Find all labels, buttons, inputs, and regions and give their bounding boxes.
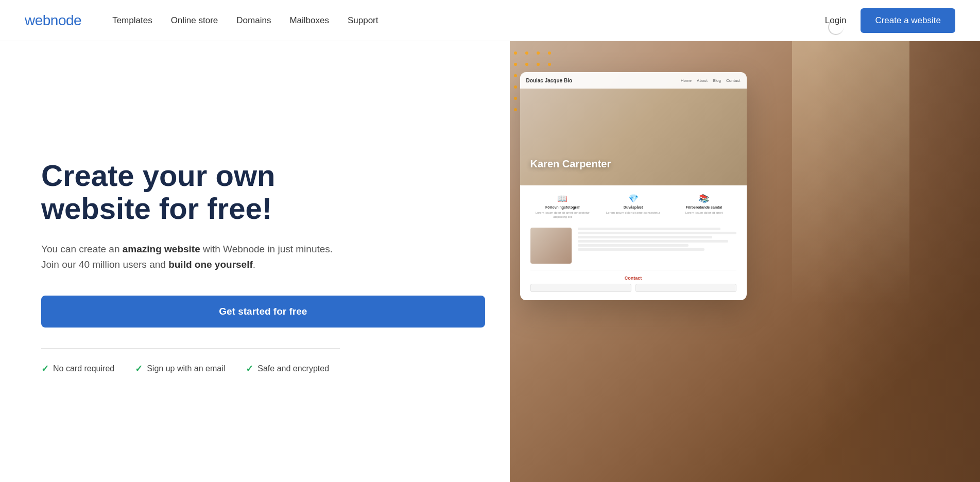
dot (525, 51, 528, 55)
dot (525, 63, 528, 66)
header-right: Login Create a website (825, 8, 955, 33)
preview-body: 📖 Förlovningsfotograf Lorem ipsum dolor … (520, 185, 747, 300)
nav-mailboxes[interactable]: Mailboxes (289, 15, 329, 26)
book2-icon: 📚 (672, 194, 736, 203)
dot (514, 51, 517, 55)
logo[interactable]: webnode (25, 12, 81, 29)
preview-form-field-2 (635, 284, 736, 292)
header: webnode Templates Online store Domains M… (0, 0, 980, 41)
cta-button[interactable]: Get started for free (41, 296, 485, 328)
dot (537, 51, 540, 55)
preview-card-header: Doulac Jacque Bio Home About Blog Contac… (520, 72, 747, 185)
trust-badge-2: ✓ Sign up with an email (135, 363, 225, 374)
hero-heading: Create your own website for free! (41, 159, 485, 225)
dot (548, 51, 551, 55)
preview-contact: Contact (530, 270, 736, 292)
trust-badge-3: ✓ Safe and encrypted (246, 363, 329, 374)
hero-description: You can create an amazing website with W… (41, 242, 340, 273)
check-icon-2: ✓ (135, 363, 143, 374)
diamond-icon: 💎 (601, 194, 665, 203)
preview-card: Doulac Jacque Bio Home About Blog Contac… (520, 72, 747, 300)
header-left: webnode Templates Online store Domains M… (25, 12, 379, 29)
create-website-button[interactable]: Create a website (861, 8, 955, 33)
preview-nav-logo: Doulac Jacque Bio (526, 78, 572, 83)
preview-text-block (578, 228, 736, 251)
preview-image (530, 228, 572, 264)
hero-left: Create your own website for free! You ca… (0, 41, 510, 482)
preview-feature-3: 📚 Förberedande samtal Lorem ipsum dolor … (672, 194, 736, 219)
preview-form-field-1 (530, 284, 631, 292)
dot (548, 63, 551, 66)
book-icon: 📖 (530, 194, 595, 203)
login-button[interactable]: Login (825, 15, 847, 26)
dot (514, 63, 517, 66)
preview-hero-name: Karen Carpenter (530, 158, 611, 170)
hero-section: Create your own website for free! You ca… (0, 41, 980, 482)
preview-form-row (530, 284, 736, 292)
nav-online-store[interactable]: Online store (171, 15, 218, 26)
nav-domains[interactable]: Domains (236, 15, 271, 26)
trust-label-3: Safe and encrypted (257, 364, 329, 373)
trust-label-2: Sign up with an email (147, 364, 225, 373)
divider (41, 348, 340, 349)
preview-bottom (530, 228, 736, 264)
trust-badge-1: ✓ No card required (41, 363, 114, 374)
check-icon-1: ✓ (41, 363, 49, 374)
preview-feature-2: 💎 Duvåspålet Lorem ipsum dolor sit amet … (601, 194, 665, 219)
preview-features: 📖 Förlovningsfotograf Lorem ipsum dolor … (530, 194, 736, 219)
trust-label-1: No card required (53, 364, 114, 373)
dot (537, 63, 540, 66)
trust-badges: ✓ No card required ✓ Sign up with an ema… (41, 363, 485, 374)
preview-contact-title: Contact (530, 276, 736, 281)
dot (514, 85, 517, 89)
check-icon-3: ✓ (246, 363, 253, 374)
dot (514, 74, 517, 77)
nav-support[interactable]: Support (348, 15, 379, 26)
preview-feature-1: 📖 Förlovningsfotograf Lorem ipsum dolor … (530, 194, 595, 219)
preview-nav-links: Home About Blog Contact (681, 78, 741, 83)
preview-text-lines (578, 228, 736, 251)
dot (514, 97, 517, 100)
main-nav: Templates Online store Domains Mailboxes… (112, 15, 378, 26)
nav-templates[interactable]: Templates (112, 15, 152, 26)
preview-nav: Doulac Jacque Bio Home About Blog Contac… (520, 72, 747, 89)
hero-right: Doulac Jacque Bio Home About Blog Contac… (510, 41, 980, 482)
dot (514, 108, 517, 111)
